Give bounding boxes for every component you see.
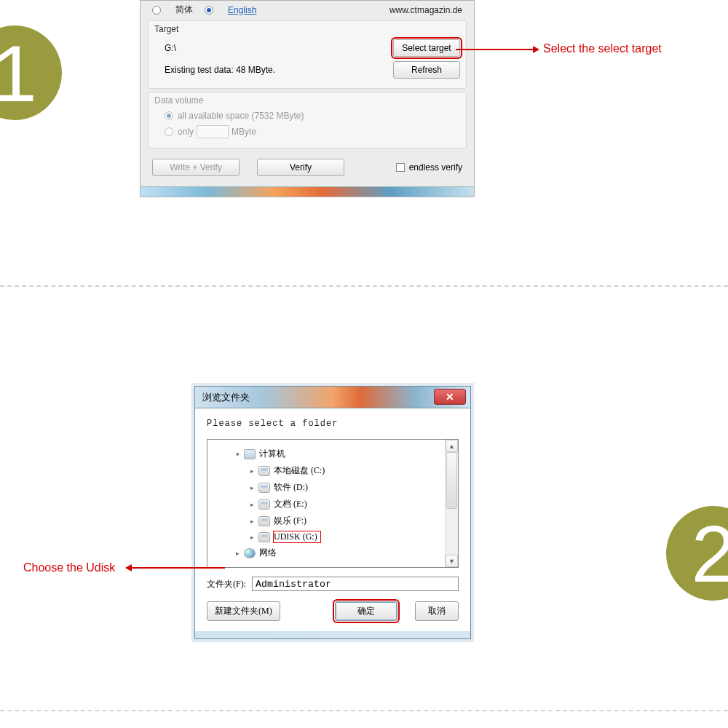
folder-field-label: 文件夹(F): bbox=[207, 578, 246, 590]
radio-english[interactable] bbox=[205, 6, 213, 15]
close-icon: ✕ bbox=[446, 391, 454, 403]
drive-icon bbox=[258, 516, 270, 526]
tree-label-soft-d: 软件 (D:) bbox=[274, 481, 308, 494]
ok-button[interactable]: 确定 bbox=[335, 601, 397, 621]
tree-label-udisk-g: UDISK (G:) bbox=[274, 531, 320, 542]
scroll-track[interactable] bbox=[446, 452, 458, 555]
radio-all-space-label: all available space (7532 MByte) bbox=[178, 111, 304, 121]
annotation-1-arrowhead-icon bbox=[533, 46, 539, 53]
target-panel: Target G:\ Select target Existing test d… bbox=[148, 20, 467, 89]
tree-label-network: 网络 bbox=[259, 547, 277, 559]
drive-icon bbox=[258, 532, 270, 542]
separator-2 bbox=[0, 710, 728, 711]
tree-label-computer: 计算机 bbox=[259, 448, 285, 460]
separator-1 bbox=[0, 285, 728, 287]
tree-label-doc-e: 文档 (E:) bbox=[274, 498, 307, 510]
folder-tree: 计算机 本地磁盘 (C:) 软件 (D:) 文档 (E:) bbox=[207, 439, 459, 568]
tree-node-local-c[interactable]: 本地磁盘 (C:) bbox=[219, 462, 451, 479]
endless-verify-label: endless verify bbox=[409, 162, 462, 173]
chevron-right-icon[interactable] bbox=[234, 550, 241, 557]
radio-only bbox=[165, 127, 173, 136]
existing-test-data: Existing test data: 48 MByte. bbox=[165, 65, 275, 75]
chevron-right-icon[interactable] bbox=[248, 518, 256, 525]
radio-simplified[interactable] bbox=[152, 6, 161, 15]
endless-verify-checkbox[interactable] bbox=[396, 163, 405, 172]
target-path: G:\ bbox=[165, 43, 176, 53]
scroll-down-icon[interactable]: ▼ bbox=[446, 555, 458, 567]
browse-folder-dialog: 浏览文件夹 ✕ Please select a folder 计算机 本地磁盘 … bbox=[194, 386, 471, 639]
tree-node-ent-f[interactable]: 娱乐 (F:) bbox=[219, 513, 451, 529]
data-volume-panel: Data volume all available space (7532 MB… bbox=[148, 92, 467, 149]
chevron-down-icon[interactable] bbox=[234, 451, 241, 458]
dialog-instruction: Please select a folder bbox=[207, 419, 459, 429]
only-mbyte-input bbox=[197, 125, 229, 138]
computer-icon bbox=[244, 449, 256, 459]
drive-icon bbox=[258, 483, 270, 493]
h2testw-window: 简体 English www.ctmagazin.de Target G:\ S… bbox=[140, 0, 475, 197]
dialog-titlebar: 浏览文件夹 ✕ bbox=[195, 387, 470, 408]
scroll-up-icon[interactable]: ▲ bbox=[446, 440, 458, 452]
annotation-1-arrow bbox=[456, 49, 533, 50]
drive-icon bbox=[258, 499, 270, 510]
tree-label-ent-f: 娱乐 (F:) bbox=[274, 515, 306, 527]
radio-simplified-label: 简体 bbox=[175, 4, 193, 16]
network-icon bbox=[244, 548, 256, 558]
dialog-frame-bottom bbox=[195, 631, 470, 638]
target-group-label: Target bbox=[154, 24, 460, 34]
tree-node-doc-e[interactable]: 文档 (E:) bbox=[219, 496, 451, 513]
select-target-button[interactable]: Select target bbox=[393, 39, 460, 57]
radio-english-label: English bbox=[228, 5, 256, 15]
drive-icon bbox=[258, 466, 270, 476]
scroll-thumb[interactable] bbox=[446, 452, 457, 509]
step-2-badge: 2 bbox=[666, 506, 728, 601]
folder-field[interactable] bbox=[252, 577, 459, 591]
chevron-right-icon[interactable] bbox=[248, 534, 256, 541]
chevron-right-icon[interactable] bbox=[248, 484, 256, 491]
verify-button[interactable]: Verify bbox=[257, 159, 344, 176]
tree-node-network[interactable]: 网络 bbox=[219, 545, 451, 561]
step-1-badge: 1 bbox=[0, 25, 62, 120]
dialog-title: 浏览文件夹 bbox=[202, 391, 250, 404]
refresh-button[interactable]: Refresh bbox=[393, 61, 460, 79]
data-volume-group-label: Data volume bbox=[154, 95, 460, 106]
window-frame-bottom bbox=[141, 186, 474, 197]
annotation-2-text: Choose the Udisk bbox=[23, 561, 115, 574]
tree-label-local-c: 本地磁盘 (C:) bbox=[274, 464, 325, 477]
tree-node-computer[interactable]: 计算机 bbox=[219, 446, 451, 462]
tree-scrollbar[interactable]: ▲ ▼ bbox=[445, 440, 458, 567]
chevron-right-icon[interactable] bbox=[248, 501, 256, 508]
mbyte-suffix: MByte bbox=[232, 127, 256, 137]
tree-node-udisk-g[interactable]: UDISK (G:) bbox=[219, 529, 451, 545]
radio-only-label: only bbox=[178, 127, 194, 137]
website-link[interactable]: www.ctmagazin.de bbox=[389, 5, 462, 15]
new-folder-button[interactable]: 新建文件夹(M) bbox=[207, 601, 280, 621]
cancel-button[interactable]: 取消 bbox=[415, 601, 459, 621]
write-verify-button[interactable]: Write + Verify bbox=[152, 159, 240, 176]
radio-all-space bbox=[165, 111, 173, 120]
tree-node-soft-d[interactable]: 软件 (D:) bbox=[219, 479, 451, 496]
annotation-2-arrow bbox=[132, 567, 225, 569]
annotation-2-arrowhead-icon bbox=[125, 564, 132, 571]
chevron-right-icon[interactable] bbox=[248, 467, 256, 475]
close-button[interactable]: ✕ bbox=[434, 389, 466, 405]
annotation-1-text: Select the select target bbox=[543, 42, 662, 55]
